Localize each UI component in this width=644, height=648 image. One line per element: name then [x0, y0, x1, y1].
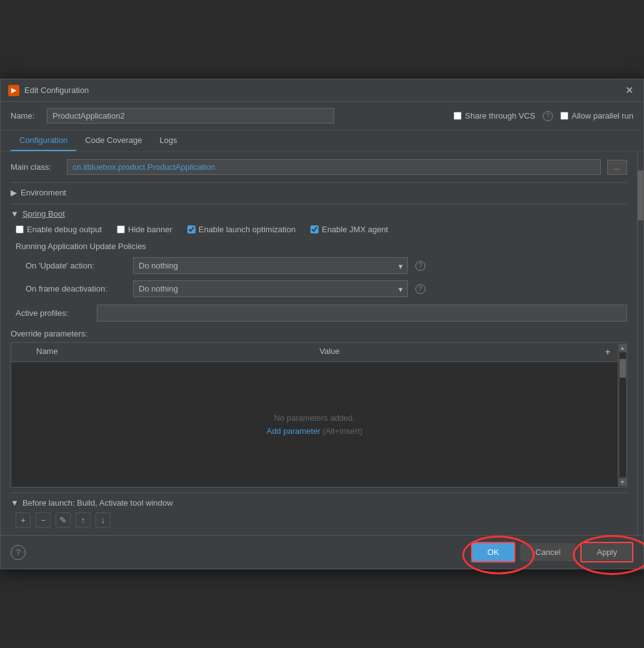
- before-launch-down-button[interactable]: ↓: [96, 513, 111, 528]
- params-table-wrapper: Name Value + No parameters added. Add pa…: [11, 342, 627, 488]
- share-vcs-text: Share through VCS: [465, 111, 535, 120]
- on-frame-help-icon[interactable]: ?: [415, 284, 425, 294]
- before-launch-edit-button[interactable]: ✎: [56, 513, 71, 528]
- spring-boot-section: ▼ Spring Boot Enable debug output Hide b…: [11, 204, 627, 297]
- content-area: Main class: ... ▶ Environment ▼ Spring B…: [1, 152, 637, 535]
- main-class-browse-button[interactable]: ...: [607, 160, 627, 175]
- main-class-label: Main class:: [11, 162, 61, 172]
- active-profiles-label: Active profiles:: [16, 308, 91, 318]
- share-vcs-label[interactable]: Share through VCS: [453, 111, 535, 120]
- spring-boot-checkboxes: Enable debug output Hide banner Enable l…: [11, 225, 627, 234]
- spring-boot-section-header[interactable]: ▼ Spring Boot: [11, 204, 627, 218]
- dialog-scrollbar: [637, 152, 643, 535]
- enable-jmx-text: Enable JMX agent: [322, 225, 388, 234]
- update-policies-section: Running Application Update Policies On '…: [11, 242, 627, 297]
- on-update-help-icon[interactable]: ?: [415, 261, 425, 271]
- before-launch-section: ▼ Before launch: Build, Activate tool wi…: [11, 493, 627, 528]
- ok-button[interactable]: OK: [471, 542, 515, 562]
- name-row: Name: Share through VCS ? Allow parallel…: [1, 102, 643, 130]
- update-policies-title: Running Application Update Policies: [16, 242, 627, 251]
- add-param-link-text[interactable]: Add parameter: [267, 426, 323, 436]
- edit-configuration-dialog: ▶ Edit Configuration ✕ Name: Share throu…: [0, 79, 644, 569]
- before-launch-arrow-icon: ▼: [11, 498, 19, 508]
- dialog-content: Main class: ... ▶ Environment ▼ Spring B…: [1, 152, 637, 535]
- enable-debug-text: Enable debug output: [27, 225, 102, 234]
- environment-arrow-icon: ▶: [11, 188, 17, 197]
- spring-boot-arrow-icon: ▼: [11, 209, 19, 218]
- scroll-down-arrow[interactable]: ▼: [619, 478, 627, 486]
- environment-label: Environment: [21, 188, 66, 197]
- scroll-up-arrow[interactable]: ▲: [619, 344, 627, 351]
- params-name-col-header: Name: [31, 346, 315, 358]
- active-profiles-row: Active profiles:: [11, 305, 627, 322]
- bottom-bar: ? OK Cancel Apply: [1, 535, 643, 569]
- before-launch-toolbar: + − ✎ ↑ ↓: [11, 513, 627, 528]
- tabs-bar: Configuration Code Coverage Logs: [1, 130, 643, 152]
- dialog-title: Edit Configuration: [24, 86, 618, 95]
- override-parameters-section: Override parameters: Name Value + No par…: [11, 329, 627, 488]
- on-frame-select[interactable]: Do nothing Update classes and resources …: [133, 280, 408, 297]
- params-value-col-header: Value: [315, 346, 598, 358]
- on-update-select[interactable]: Do nothing Update classes and resources …: [133, 257, 408, 274]
- dialog-main: Main class: ... ▶ Environment ▼ Spring B…: [1, 152, 643, 535]
- on-frame-label: On frame deactivation:: [26, 284, 126, 293]
- before-launch-header[interactable]: ▼ Before launch: Build, Activate tool wi…: [11, 498, 627, 508]
- spring-boot-label: Spring Boot: [22, 209, 65, 218]
- params-checkbox-col: [11, 346, 31, 358]
- params-table-scrollbar: ▲ ▼: [618, 342, 627, 488]
- titlebar: ▶ Edit Configuration ✕: [1, 79, 643, 102]
- params-table-body: No parameters added. Add parameter (Alt+…: [11, 362, 618, 487]
- params-add-button[interactable]: +: [598, 346, 618, 358]
- scroll-thumb: [620, 359, 626, 378]
- enable-jmx-checkbox[interactable]: [310, 225, 319, 233]
- enable-launch-text: Enable launch optimization: [199, 225, 295, 234]
- tab-configuration[interactable]: Configuration: [11, 130, 76, 151]
- enable-launch-label[interactable]: Enable launch optimization: [187, 225, 295, 234]
- enable-debug-label[interactable]: Enable debug output: [16, 225, 102, 234]
- before-launch-label: Before launch: Build, Activate tool wind…: [22, 498, 173, 508]
- params-table-header: Name Value +: [11, 343, 618, 362]
- add-param-shortcut: (Alt+Insert): [322, 426, 362, 436]
- hide-banner-label[interactable]: Hide banner: [117, 225, 172, 234]
- hide-banner-text: Hide banner: [128, 225, 172, 234]
- before-launch-add-button[interactable]: +: [16, 513, 31, 528]
- apply-button-wrapper: Apply: [580, 542, 633, 562]
- on-frame-select-wrapper: Do nothing Update classes and resources …: [133, 280, 408, 297]
- apply-button[interactable]: Apply: [580, 542, 633, 562]
- on-update-label: On 'Update' action:: [26, 261, 126, 270]
- active-profiles-input[interactable]: [97, 305, 627, 322]
- main-class-row: Main class: ...: [11, 159, 627, 175]
- allow-parallel-label[interactable]: Allow parallel run: [560, 111, 633, 120]
- hide-banner-checkbox[interactable]: [117, 225, 125, 233]
- close-button[interactable]: ✕: [623, 84, 636, 96]
- enable-jmx-label[interactable]: Enable JMX agent: [310, 225, 388, 234]
- cancel-button[interactable]: Cancel: [520, 543, 575, 561]
- tab-logs[interactable]: Logs: [151, 130, 186, 151]
- params-table: Name Value + No parameters added. Add pa…: [11, 342, 618, 488]
- scroll-track: [620, 353, 626, 477]
- allow-parallel-text: Allow parallel run: [572, 111, 633, 120]
- enable-launch-checkbox[interactable]: [187, 225, 196, 233]
- on-update-select-wrapper: Do nothing Update classes and resources …: [133, 257, 408, 274]
- before-launch-remove-button[interactable]: −: [36, 513, 51, 528]
- name-label: Name:: [11, 111, 41, 120]
- tab-code-coverage[interactable]: Code Coverage: [76, 130, 151, 151]
- override-parameters-title: Override parameters:: [11, 329, 627, 338]
- help-button[interactable]: ?: [11, 545, 26, 560]
- ok-button-wrapper: OK: [471, 542, 515, 562]
- params-empty-message: No parameters added.: [274, 413, 355, 423]
- environment-section-header[interactable]: ▶ Environment: [11, 182, 627, 197]
- enable-debug-checkbox[interactable]: [16, 225, 24, 233]
- share-vcs-help-icon[interactable]: ?: [543, 111, 553, 121]
- on-frame-row: On frame deactivation: Do nothing Update…: [16, 280, 627, 297]
- dialog-scrollbar-thumb: [638, 170, 643, 220]
- allow-parallel-checkbox[interactable]: [560, 112, 568, 120]
- before-launch-up-button[interactable]: ↑: [76, 513, 91, 528]
- name-input[interactable]: [47, 108, 334, 124]
- on-update-row: On 'Update' action: Do nothing Update cl…: [16, 257, 627, 274]
- name-right-options: Share through VCS ? Allow parallel run: [453, 111, 633, 121]
- add-parameter-link[interactable]: Add parameter (Alt+Insert): [267, 426, 363, 436]
- share-vcs-checkbox[interactable]: [453, 112, 462, 120]
- app-icon: ▶: [8, 85, 19, 96]
- main-class-input[interactable]: [67, 159, 601, 175]
